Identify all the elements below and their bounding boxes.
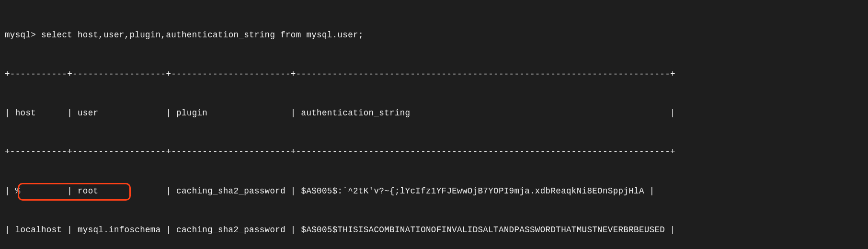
mysql-prompt-line: mysql> select host,user,plugin,authentic…: [5, 29, 863, 42]
table-header: | host | user | plugin | authentication_…: [5, 107, 863, 120]
terminal-output: mysql> select host,user,plugin,authentic…: [0, 0, 868, 249]
table-separator-mid: +-----------+------------------+--------…: [5, 146, 863, 158]
highlight-annotation: [18, 183, 131, 201]
table-separator-top: +-----------+------------------+--------…: [5, 68, 863, 81]
table-row: | localhost | mysql.infoschema | caching…: [5, 224, 863, 237]
mysql-prompt: mysql>: [5, 30, 41, 40]
sql-query: select host,user,plugin,authentication_s…: [41, 30, 364, 40]
table-row: | % | root | caching_sha2_password | $A$…: [5, 185, 863, 198]
